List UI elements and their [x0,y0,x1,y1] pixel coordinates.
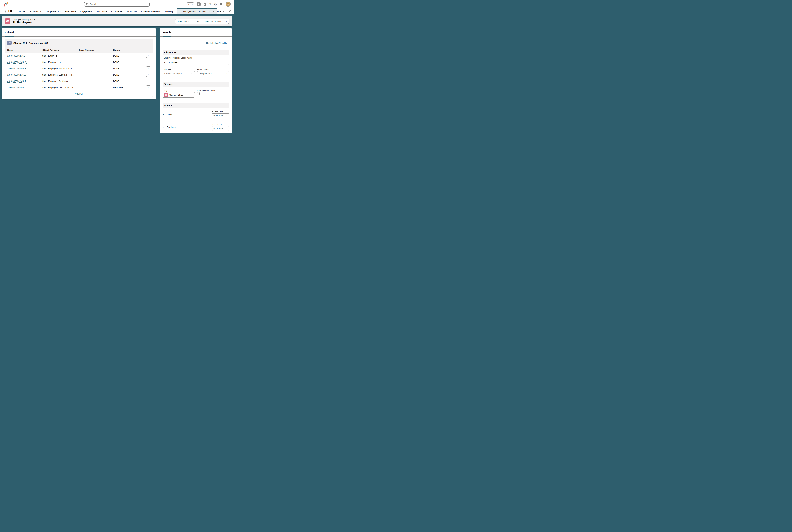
record-link[interactable]: a3H06000002M5LS [7,74,26,76]
user-avatar[interactable] [226,2,231,7]
record-link[interactable]: a3H06000002M5LT [7,80,26,83]
object-api-name-cell: flair__Employee__c [40,59,77,65]
app-launcher-waffle-icon[interactable] [2,10,5,13]
error-message-cell [77,65,111,72]
record-link[interactable]: a3H06000002M5LR [7,67,26,70]
related-list-title: Sharing Rule Processings (6+) [14,42,48,44]
record-link[interactable]: a3H06000002M5LQ [7,61,26,64]
table-row: a3H06000002M5LQflair__Employee__cDONE▼ [5,59,153,65]
app-name: HR [8,10,12,13]
table-row: a3H06000002M5LSflair__Employee_Working_H… [5,72,153,78]
can-see-own-entity-label: Can See Own Entity [197,89,229,92]
trailhead-icon [203,2,207,6]
chevron-down-icon[interactable] [209,11,211,12]
can-see-own-entity-checkbox[interactable] [197,92,200,95]
remove-entity-x-icon[interactable] [191,94,193,96]
record-link[interactable]: a3H06000002M5LU [7,86,26,89]
record-header: Employee Visibility Scope EU Employees N… [2,16,232,26]
name-field-label: *Employee Visibility Scope Name [163,57,229,59]
tab-details[interactable]: Details [163,31,171,37]
access-row-employee: ✓EmployeeAccess LevelRead/Write▼ [163,121,229,133]
more-tabs-button[interactable]: More ▼ [216,10,224,13]
access-level-value: Read/Write [213,114,226,117]
record-meta: Employee Visibility Scope EU Employees [13,18,35,24]
status-cell: PENDING [111,84,142,91]
nav-tab-compliance[interactable]: Compliance [109,10,125,13]
favorites-star-icon[interactable]: ★ [187,2,191,6]
access-row-label: Entity [167,113,172,115]
name-cell: a3H06000002M5LU [5,84,40,91]
close-tab-icon[interactable] [213,11,214,13]
nav-tab-engagement[interactable]: Engagement [78,10,95,13]
help-button[interactable]: ? [209,2,211,6]
nav-tab-compensations[interactable]: Compensations [43,10,63,13]
row-actions-button[interactable]: ▼ [146,66,150,71]
error-message-cell [77,84,111,91]
nav-tab-home[interactable]: Home [17,10,27,13]
related-table-head-row: NameObject Api NameError MessageStatus [5,48,153,53]
employee-search-input[interactable] [163,71,195,76]
actions-cell: ▼ [142,53,153,59]
favorites-button[interactable]: ★ ▼ [187,2,194,6]
entity-pill[interactable]: German Office [163,92,195,97]
section-access: Access [163,103,229,108]
sharing-rule-processings-card: Sharing Rule Processings (6+) NameObject… [5,39,153,97]
recalculate-visibility-button[interactable]: Re-Calculate Visibility [204,40,229,45]
access-checkbox[interactable]: ✓ [163,126,165,128]
row-actions-button[interactable]: ▼ [146,54,150,58]
search-input[interactable] [90,3,148,5]
table-row: a3H06000002M5LPflair__Entity__cDONE▼ [5,53,153,59]
table-row: a3H06000002M5LTflair__Employee_Certifica… [5,78,153,84]
object-api-name-cell: flair__Employee_Absence_Cat... [40,65,77,72]
edit-nav-pencil-icon[interactable] [228,10,231,13]
global-header: ★ ▼ + ? ⚙ [0,0,234,8]
new-contact-button[interactable]: New Contact [175,19,193,24]
tab-related[interactable]: Related [5,31,14,37]
nav-tab-expenses-overview[interactable]: Expenses Overview [139,10,162,13]
setup-gear-button[interactable]: ⚙ [214,2,217,6]
more-caret-icon: ▼ [223,11,224,12]
edit-button[interactable]: Edit [193,19,202,24]
error-message-cell [77,72,111,78]
column-header-name: Name [5,48,40,53]
record-actions-dropdown-button[interactable]: ▼ [224,19,229,24]
nav-tab-inventory[interactable]: Inventory [162,10,176,13]
row-actions-button[interactable]: ▼ [146,86,150,90]
view-all-row: View All [5,91,153,97]
details-panel: Details Re-Calculate Visibility Informat… [160,28,232,133]
section-information: Information [163,50,229,55]
row-actions-button[interactable]: ▼ [146,60,150,64]
search-icon [86,3,89,5]
view-all-link[interactable]: View All [75,93,82,95]
related-tab-strip: Related [2,28,156,37]
guidance-center-button[interactable] [203,2,207,6]
flair-logo-icon [3,1,9,7]
tab-eu-employees-active[interactable]: * EU Employees | Employe... [177,8,216,14]
access-level-select[interactable]: Read/Write▼ [212,113,229,118]
scope-name-input[interactable] [163,60,229,65]
main-content: Employee Visibility Scope EU Employees N… [0,14,234,133]
nav-tab-workflows[interactable]: Workflows [125,10,139,13]
header-icon-row: ★ ▼ + ? ⚙ [187,2,231,7]
active-tab-label: EU Employees | Employe... [182,11,208,13]
nav-tab-workplace[interactable]: Workplace [95,10,109,13]
public-group-select[interactable]: Europe Group ▼ [197,71,229,76]
nav-tab-staff-docs[interactable]: Staff & Docs [27,10,43,13]
column-header-object-api-name: Object Api Name [40,48,77,53]
new-opportunity-button[interactable]: New Opportunity [203,19,224,24]
select-caret-icon: ▼ [226,73,228,75]
status-cell: DONE [111,65,142,72]
row-actions-button[interactable]: ▼ [146,73,150,77]
favorites-dropdown-icon[interactable]: ▼ [191,2,194,6]
row-actions-button[interactable]: ▼ [146,79,150,83]
access-checkbox[interactable]: ✓ [163,113,165,115]
record-link[interactable]: a3H06000002M5LP [7,55,26,57]
table-row: a3H06000002M5LRflair__Employee_Absence_C… [5,65,153,72]
actions-cell: ▼ [142,72,153,78]
nav-tab-attendance[interactable]: Attendance [63,10,78,13]
access-level-label: Access Level [212,123,229,126]
access-level-select[interactable]: Read/Write▼ [212,126,229,131]
global-search[interactable] [84,2,150,7]
notifications-bell-button[interactable] [220,2,223,6]
quick-create-plus-button[interactable]: + [197,2,201,6]
